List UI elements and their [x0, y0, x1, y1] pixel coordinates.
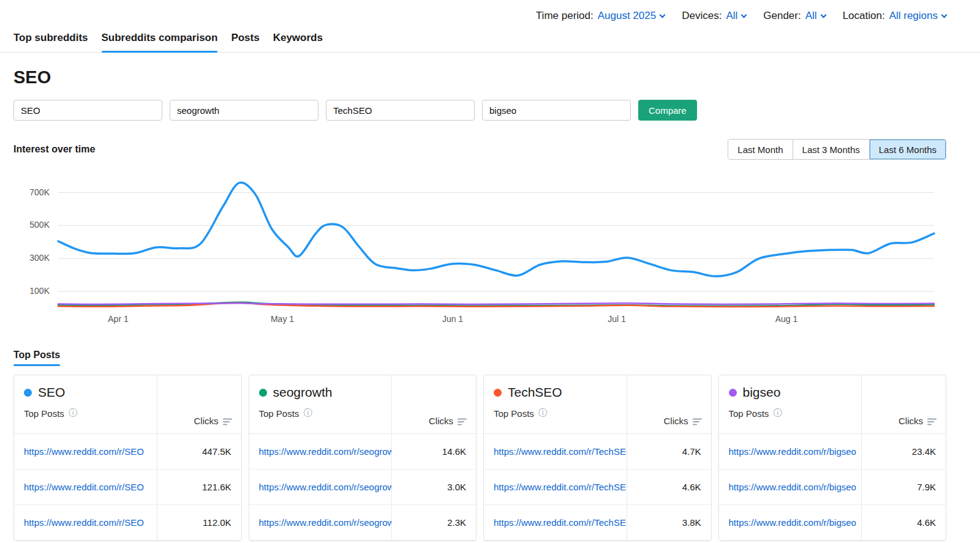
post-url-cell: https://www.reddit.com/r/TechSEO: [484, 434, 627, 470]
interest-chart: 700K 500K 300K 100K Apr 1 May 1 Jun 1 Ju…: [58, 174, 934, 329]
y-axis-tick: 700K: [14, 187, 50, 197]
post-clicks-value: 3.8K: [627, 505, 711, 541]
clicks-column-header: Clicks: [157, 375, 241, 434]
subreddit-input-4[interactable]: [482, 100, 631, 121]
top-posts-title: Top Posts: [13, 350, 60, 360]
y-axis-tick: 500K: [14, 220, 50, 230]
x-axis-tick: Jul 1: [608, 314, 626, 324]
post-url-cell: https://www.reddit.com/r/SEO: [14, 434, 157, 470]
post-link[interactable]: https://www.reddit.com/r/SEO: [24, 482, 144, 492]
post-link[interactable]: https://www.reddit.com/r/SEO: [24, 517, 144, 528]
tab-top-subreddits[interactable]: Top subreddits: [13, 32, 88, 52]
clicks-column-header: Clicks: [391, 375, 476, 434]
post-url-cell: https://www.reddit.com/r/bigseo: [719, 505, 862, 541]
sort-icon[interactable]: [223, 418, 233, 426]
subreddit-input-2[interactable]: [170, 100, 318, 121]
clicks-column-label: Clicks: [899, 416, 923, 426]
post-url-cell: https://www.reddit.com/r/seogrowth: [249, 434, 392, 470]
post-clicks-value: 3.0K: [391, 470, 476, 505]
post-url-cell: https://www.reddit.com/r/SEO: [14, 505, 157, 541]
post-link[interactable]: https://www.reddit.com/r/seogrowth: [259, 446, 392, 457]
range-last-3-months-button[interactable]: Last 3 Months: [793, 140, 869, 159]
post-url-cell: https://www.reddit.com/r/TechSEO: [484, 505, 627, 541]
sort-icon[interactable]: [927, 418, 937, 426]
clicks-column-header: Clicks: [627, 375, 711, 434]
interest-section-header: Interest over time Last Month Last 3 Mon…: [13, 139, 946, 160]
top-posts-card-seogrowth: seogrowth Top Posts ⓘ Clicks https://www…: [249, 375, 477, 541]
filter-value: All: [805, 10, 817, 22]
subreddit-name-row: SEO: [24, 385, 157, 400]
subreddit-input-3[interactable]: [326, 100, 475, 121]
post-clicks-value: 4.6K: [627, 470, 711, 505]
x-axis-tick: Apr 1: [108, 314, 128, 324]
post-link[interactable]: https://www.reddit.com/r/TechSEO: [494, 517, 627, 528]
post-link[interactable]: https://www.reddit.com/r/bigseo: [729, 517, 856, 528]
post-link[interactable]: https://www.reddit.com/r/seogrowth: [259, 517, 392, 528]
time-range-switch: Last Month Last 3 Months Last 6 Months: [728, 139, 946, 160]
info-icon[interactable]: ⓘ: [773, 408, 782, 419]
range-last-6-months-button[interactable]: Last 6 Months: [869, 140, 946, 159]
clicks-column-label: Clicks: [194, 416, 219, 426]
subreddit-name: TechSEO: [508, 385, 562, 400]
chart-canvas: [58, 174, 934, 308]
info-icon[interactable]: ⓘ: [538, 408, 547, 419]
filter-label: Devices:: [682, 10, 722, 22]
post-clicks-value: 447.5K: [157, 434, 241, 470]
compare-button[interactable]: Compare: [638, 100, 697, 121]
top-posts-tab[interactable]: Top Posts: [13, 350, 60, 366]
post-clicks-value: 23.4K: [861, 434, 946, 470]
post-url-cell: https://www.reddit.com/r/bigseo: [719, 470, 862, 505]
filter-location[interactable]: Location: All regions: [843, 10, 946, 22]
filter-gender[interactable]: Gender: All: [763, 10, 825, 22]
subreddit-name-row: bigseo: [729, 385, 862, 400]
top-posts-cards: SEO Top Posts ⓘ Clicks https://www.reddi…: [13, 375, 946, 541]
subreddit-color-dot: [259, 389, 267, 397]
post-link[interactable]: https://www.reddit.com/r/TechSEO: [494, 446, 627, 457]
filter-devices[interactable]: Devices: All: [682, 10, 746, 22]
top-posts-column-header: Top Posts ⓘ: [259, 408, 392, 419]
card-header: bigseo Top Posts ⓘ: [719, 375, 862, 434]
y-axis-tick: 300K: [14, 253, 50, 263]
post-clicks-value: 14.6K: [391, 434, 476, 470]
interest-title: Interest over time: [13, 144, 95, 155]
x-axis-tick: Jun 1: [442, 314, 463, 324]
top-posts-column-label: Top Posts: [259, 408, 300, 419]
subreddit-name: bigseo: [743, 385, 781, 400]
card-header: seogrowth Top Posts ⓘ: [249, 375, 392, 434]
top-posts-column-label: Top Posts: [494, 408, 534, 419]
y-axis-tick: 100K: [14, 286, 50, 296]
sort-icon[interactable]: [458, 418, 467, 426]
post-link[interactable]: https://www.reddit.com/r/TechSEO: [494, 482, 627, 492]
subreddit-color-dot: [729, 389, 737, 397]
sort-icon[interactable]: [693, 418, 703, 426]
chart-plot-area: Apr 1 May 1 Jun 1 Jul 1 Aug 1: [58, 174, 934, 308]
subreddit-name-row: TechSEO: [494, 385, 627, 400]
card-header: TechSEO Top Posts ⓘ: [484, 375, 627, 434]
clicks-column-label: Clicks: [664, 416, 688, 426]
top-posts-card-bigseo: bigseo Top Posts ⓘ Clicks https://www.re…: [718, 375, 947, 541]
range-last-month-button[interactable]: Last Month: [728, 140, 792, 159]
top-posts-column-header: Top Posts ⓘ: [729, 408, 862, 419]
filter-time-period[interactable]: Time period: August 2025: [536, 10, 665, 22]
post-url-cell: https://www.reddit.com/r/TechSEO: [484, 470, 627, 505]
top-posts-column-label: Top Posts: [24, 408, 64, 419]
subreddit-input-1[interactable]: [13, 100, 162, 121]
post-link[interactable]: https://www.reddit.com/r/SEO: [24, 446, 144, 457]
post-link[interactable]: https://www.reddit.com/r/bigseo: [729, 482, 856, 492]
post-link[interactable]: https://www.reddit.com/r/bigseo: [729, 446, 856, 457]
info-icon[interactable]: ⓘ: [303, 408, 312, 419]
subreddit-color-dot: [494, 389, 502, 397]
tab-posts[interactable]: Posts: [231, 32, 259, 52]
filter-label: Location:: [843, 10, 885, 22]
tab-subreddits-comparison[interactable]: Subreddits comparison: [102, 32, 218, 52]
subreddit-name-row: seogrowth: [259, 385, 392, 400]
chevron-down-icon: [820, 12, 826, 18]
tab-keywords[interactable]: Keywords: [273, 32, 323, 52]
info-icon[interactable]: ⓘ: [69, 408, 77, 419]
x-axis-tick: Aug 1: [775, 314, 798, 324]
main-tabs: Top subreddits Subreddits comparison Pos…: [0, 22, 980, 53]
post-link[interactable]: https://www.reddit.com/r/seogrowth: [259, 482, 392, 492]
filter-label: Gender:: [763, 10, 801, 22]
page-title: SEO: [13, 67, 980, 88]
post-url-cell: https://www.reddit.com/r/bigseo: [719, 434, 862, 470]
